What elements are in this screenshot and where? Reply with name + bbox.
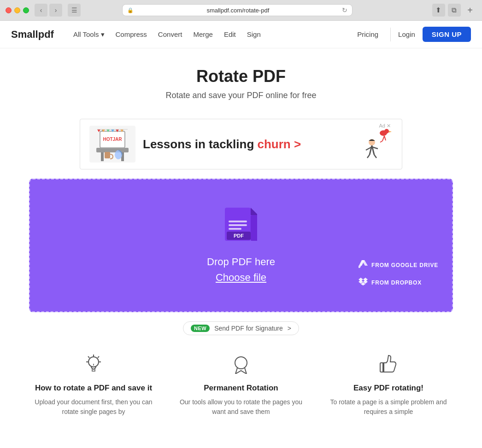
ad-headline-text: Lessons in tackling churn > [143, 137, 301, 151]
feature-title-0: How to rotate a PDF and save it [29, 384, 158, 393]
nav-compress[interactable]: Compress [111, 28, 152, 41]
ad-badge[interactable]: Ad ✕ [379, 123, 391, 129]
navbar-right: Pricing Login SIGN UP [353, 27, 471, 42]
navbar: Smallpdf All Tools ▾ Compress Convert Me… [0, 21, 482, 48]
lightbulb-svg [83, 354, 104, 374]
svg-rect-14 [105, 152, 110, 158]
svg-marker-18 [389, 131, 392, 133]
nav-edit[interactable]: Edit [219, 28, 241, 41]
ad-text: Lessons in tackling churn > [143, 137, 348, 151]
new-banner-text: Send PDF for Signature [214, 325, 283, 332]
nav-divider [390, 28, 391, 41]
all-tools-dropdown[interactable]: All Tools ▾ [69, 28, 109, 41]
dropzone-wrapper: PDF Drop PDF here Choose file FROM GOOGL… [20, 179, 462, 312]
dot-red[interactable] [6, 7, 12, 13]
feature-title-2: Easy PDF rotating! [324, 384, 453, 393]
svg-text:PDF: PDF [234, 233, 244, 239]
feature-text-0: Upload your document first, then you can… [29, 397, 158, 417]
hotjar-illustration: HOTJAR [92, 126, 133, 163]
dropbox-button[interactable]: FROM DROPBOX [359, 277, 438, 288]
ad-character-svg [356, 125, 393, 162]
hero-section: Rotate PDF Rotate and save your PDF onli… [0, 48, 482, 110]
new-badge-area: NEW Send PDF for Signature > [0, 321, 482, 335]
pdf-file-icon: PDF [225, 208, 257, 247]
all-tools-label: All Tools [73, 30, 99, 38]
ad-banner: Ad ✕ HOTJAR [80, 119, 402, 169]
dot-yellow[interactable] [14, 7, 20, 13]
svg-rect-0 [101, 151, 104, 161]
browser-nav: ‹ › [35, 4, 62, 17]
svg-text:HOTJAR: HOTJAR [103, 137, 122, 142]
svg-marker-24 [251, 208, 257, 215]
thumbsup-icon [324, 354, 453, 378]
svg-point-49 [235, 357, 247, 369]
lightbulb-icon [29, 354, 158, 378]
feature-text-2: To rotate a page is a simple problem and… [324, 397, 453, 417]
svg-line-19 [382, 136, 384, 141]
site-logo[interactable]: Smallpdf [11, 29, 54, 41]
dropzone[interactable]: PDF Drop PDF here Choose file FROM GOOGL… [29, 179, 453, 312]
feature-title-1: Permanent Rotation [176, 384, 306, 393]
dropbox-label: FROM DROPBOX [371, 279, 422, 286]
feature-item-1: Permanent Rotation Our tools allow you t… [176, 354, 306, 417]
new-tag: NEW [191, 325, 210, 332]
chevron-down-icon: ▾ [101, 30, 105, 39]
url-text: smallpdf.com/rotate-pdf [136, 7, 339, 14]
reader-view-button[interactable]: ☰ [68, 4, 81, 17]
feature-item-0: How to rotate a PDF and save it Upload y… [29, 354, 158, 417]
signup-button[interactable]: SIGN UP [423, 27, 471, 42]
lock-icon: 🔒 [127, 7, 134, 13]
svg-line-43 [88, 356, 89, 358]
forward-button[interactable]: › [49, 4, 62, 17]
feature-item-2: Easy PDF rotating! To rotate a page is a… [324, 354, 453, 417]
browser-actions: ⬆ ⧉ + [432, 4, 476, 17]
login-link[interactable]: Login [398, 30, 415, 38]
choose-file-link[interactable]: Choose file [216, 272, 266, 284]
navbar-links: All Tools ▾ Compress Convert Merge Edit … [69, 28, 353, 41]
reload-icon: ↻ [342, 6, 347, 14]
hero-subtitle: Rotate and save your PDF online for free [9, 91, 473, 100]
svg-line-41 [98, 356, 99, 358]
svg-rect-2 [96, 148, 129, 152]
medal-svg [231, 354, 251, 374]
svg-rect-27 [229, 224, 247, 226]
google-drive-icon [359, 260, 368, 270]
new-tab-button[interactable]: + [464, 4, 476, 17]
svg-rect-26 [229, 221, 247, 222]
browser-dots [6, 7, 29, 13]
dropbox-svg [359, 277, 368, 286]
ad-highlight: churn > [258, 137, 301, 151]
feature-text-1: Our tools allow you to rotate the pages … [176, 397, 306, 417]
drop-text: Drop PDF here [207, 256, 275, 268]
page-title: Rotate PDF [9, 67, 473, 86]
share-button[interactable]: ⬆ [432, 4, 445, 17]
cloud-options: FROM GOOGLE DRIVE FROM DROPBOX [359, 260, 438, 288]
new-badge-pill[interactable]: NEW Send PDF for Signature > [183, 321, 299, 335]
svg-rect-25 [251, 215, 257, 241]
dot-green[interactable] [23, 7, 29, 13]
svg-line-21 [384, 136, 386, 140]
google-drive-button[interactable]: FROM GOOGLE DRIVE [359, 260, 438, 270]
google-drive-label: FROM GOOGLE DRIVE [371, 262, 438, 268]
thumbsup-svg [378, 354, 399, 374]
gdrive-svg [359, 260, 368, 268]
nav-sign[interactable]: Sign [242, 28, 265, 41]
svg-rect-28 [229, 228, 241, 230]
svg-point-17 [384, 129, 389, 134]
fullscreen-button[interactable]: ⧉ [448, 4, 461, 17]
browser-chrome: ‹ › ☰ 🔒 smallpdf.com/rotate-pdf ↻ ⬆ ⧉ + [0, 0, 482, 21]
badge-arrow-icon: > [288, 325, 291, 332]
nav-pricing[interactable]: Pricing [353, 28, 383, 41]
address-bar[interactable]: 🔒 smallpdf.com/rotate-pdf ↻ [122, 4, 353, 16]
svg-marker-32 [359, 266, 361, 268]
nav-merge[interactable]: Merge [188, 28, 217, 41]
ad-character [356, 125, 393, 163]
features-section: How to rotate a PDF and save it Upload y… [20, 354, 462, 417]
ad-image: HOTJAR [89, 126, 135, 163]
svg-line-20 [380, 141, 382, 142]
browser-titlebar: ‹ › ☰ 🔒 smallpdf.com/rotate-pdf ↻ ⬆ ⧉ + [0, 0, 482, 20]
back-button[interactable]: ‹ [35, 4, 47, 17]
nav-convert[interactable]: Convert [153, 28, 187, 41]
dropbox-icon [359, 277, 368, 288]
medal-icon [176, 354, 306, 378]
